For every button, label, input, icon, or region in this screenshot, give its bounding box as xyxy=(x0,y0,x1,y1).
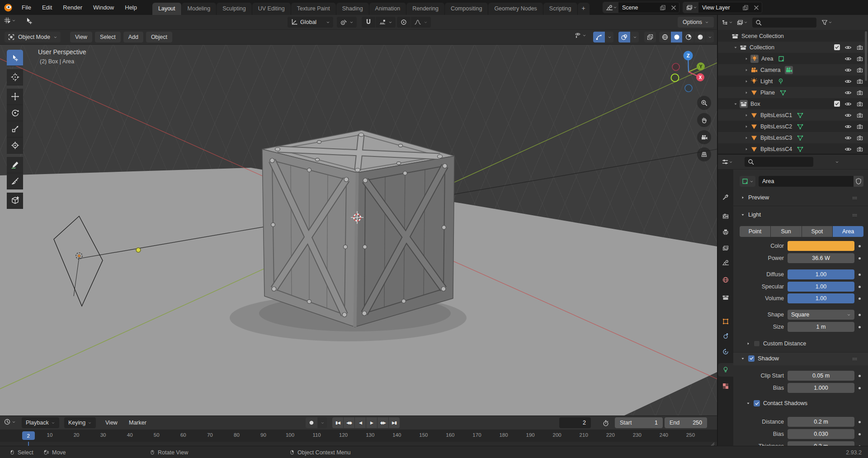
properties-tab-constraints[interactable] xyxy=(718,329,733,343)
slider-volume[interactable]: 1.00 xyxy=(788,293,854,303)
gizmo-neg-z[interactable] xyxy=(685,85,692,92)
workspace-tab-sculpting[interactable]: Sculpting xyxy=(217,3,252,15)
chevron-down-icon[interactable] xyxy=(12,19,16,23)
chevron-down-icon[interactable] xyxy=(835,160,839,164)
camera-restrict-icon[interactable] xyxy=(856,146,863,153)
properties-tab-collection[interactable] xyxy=(718,291,733,304)
workspace-tab-modeling[interactable]: Modeling xyxy=(182,3,217,15)
nav-camera-view-button[interactable] xyxy=(697,130,711,144)
nav-pan-button[interactable] xyxy=(697,113,711,127)
transport-prev-keyframe-button[interactable]: ◀◆ xyxy=(344,417,354,428)
tool-select-box-button[interactable] xyxy=(7,50,23,66)
shading-solid-button[interactable] xyxy=(671,32,682,42)
navigation-gizmo[interactable]: Z Y X xyxy=(665,48,714,96)
outliner-row-bpltslessc2[interactable]: BpltsLessC2 xyxy=(718,121,868,132)
outliner-row-box[interactable]: Box xyxy=(718,98,868,109)
filter-icon[interactable] xyxy=(821,19,828,26)
visibility-dropdown[interactable] xyxy=(574,32,586,39)
outliner-row-bpltslessc1[interactable]: BpltsLessC1 xyxy=(718,109,868,121)
falloff-dropdown[interactable] xyxy=(411,17,431,28)
eye-open-icon[interactable] xyxy=(844,89,852,96)
nav-zoom-button[interactable] xyxy=(697,96,711,110)
timeline-menu-keying[interactable]: Keying xyxy=(64,417,96,428)
scene-name[interactable]: Scene xyxy=(618,5,657,11)
timeline-ruler[interactable]: 2102030405060708090100110120130140150160… xyxy=(0,430,717,442)
outliner-row-collection[interactable]: Collection xyxy=(718,42,868,53)
eye-open-icon[interactable] xyxy=(844,66,852,74)
xray-toggle[interactable] xyxy=(644,32,656,42)
close-icon[interactable] xyxy=(751,4,762,11)
transport-jump-start-button[interactable]: ▮◀ xyxy=(332,417,343,428)
timeline-menu-view[interactable]: View xyxy=(101,417,122,428)
shading-rendered-button[interactable] xyxy=(694,32,706,42)
viewport-canvas[interactable]: User Perspective (2) Box | Area Z Y X xyxy=(0,45,717,416)
properties-tab-texture[interactable] xyxy=(718,379,733,393)
outliner-search-input[interactable] xyxy=(752,18,816,28)
outliner-scrollbar[interactable] xyxy=(865,31,867,81)
eye-open-icon[interactable] xyxy=(844,134,852,142)
animate-dot[interactable] xyxy=(859,326,861,328)
overlays-toggle[interactable] xyxy=(618,32,630,42)
camera-restrict-icon[interactable] xyxy=(856,100,863,108)
menu-render[interactable]: Render xyxy=(57,2,88,14)
field-clip-start[interactable]: 0.05 m xyxy=(788,371,854,381)
outliner-row-camera[interactable]: Camera xyxy=(718,64,868,76)
properties-search-input[interactable] xyxy=(745,157,813,167)
current-frame-badge[interactable]: 2 xyxy=(22,431,35,440)
camera-restrict-icon[interactable] xyxy=(856,89,863,96)
animate-dot[interactable] xyxy=(859,375,861,377)
eye-open-icon[interactable] xyxy=(844,146,852,153)
gizmo-neg-x[interactable] xyxy=(672,63,679,71)
animate-dot[interactable] xyxy=(859,433,861,435)
field-bias[interactable]: 1.000 xyxy=(788,383,854,393)
contact-shadows-checkbox[interactable] xyxy=(754,400,760,406)
workspace-tab-rendering[interactable]: Rendering xyxy=(406,3,445,15)
menu-file[interactable]: File xyxy=(16,2,37,14)
field-distance[interactable]: 0.2 m xyxy=(788,417,854,427)
frame-start-field[interactable]: Start1 xyxy=(615,417,663,428)
chevron-down-icon[interactable] xyxy=(12,420,16,424)
viewport-menu-select[interactable]: Select xyxy=(95,32,121,42)
tool-measure-button[interactable] xyxy=(7,173,23,189)
light-panel-header[interactable]: Light xyxy=(741,211,761,218)
view-layer-name[interactable]: View Layer xyxy=(698,5,740,11)
animate-dot[interactable] xyxy=(859,257,861,260)
eye-open-icon[interactable] xyxy=(844,78,852,85)
camera-restrict-icon[interactable] xyxy=(856,123,863,130)
camera-restrict-icon[interactable] xyxy=(856,55,863,62)
workspace-tab-animation[interactable]: Animation xyxy=(369,3,407,15)
slider-diffuse[interactable]: 1.00 xyxy=(788,269,854,279)
exclude-checkbox[interactable] xyxy=(834,101,840,107)
camera-restrict-icon[interactable] xyxy=(856,44,863,51)
frame-end-field[interactable]: End250 xyxy=(665,417,707,428)
outliner-row-area[interactable]: Area xyxy=(718,53,868,64)
view-layer-selector[interactable]: View Layer xyxy=(683,2,762,13)
slider-specular[interactable]: 1.00 xyxy=(788,282,854,292)
search-field[interactable] xyxy=(757,159,807,165)
nav-toggle-ortho-button[interactable] xyxy=(697,147,711,161)
custom-distance-toggle[interactable]: Custom Distance xyxy=(746,340,806,347)
mode-dropdown[interactable]: Object Mode xyxy=(5,32,61,42)
dropdown-shape[interactable]: Square xyxy=(788,310,854,320)
eye-open-icon[interactable] xyxy=(844,100,852,108)
transport-play-reverse-button[interactable]: ◀ xyxy=(355,417,366,428)
shading-material-button[interactable] xyxy=(683,32,694,42)
color-swatch[interactable] xyxy=(788,241,854,251)
contact-shadows-header[interactable]: Contact Shadows xyxy=(746,400,807,406)
shading-wireframe-button[interactable] xyxy=(659,32,670,42)
search-field[interactable] xyxy=(764,19,810,26)
timeline-menu-marker[interactable]: Marker xyxy=(125,417,151,428)
filter-type-icon[interactable] xyxy=(736,19,744,26)
eye-open-icon[interactable] xyxy=(844,44,852,51)
viewport-menu-view[interactable]: View xyxy=(70,32,92,42)
field-bias[interactable]: 0.030 xyxy=(788,429,854,439)
tool-add-cube-button[interactable] xyxy=(7,193,23,209)
tool-move-button[interactable] xyxy=(7,89,23,105)
outliner-row-scene-collection[interactable]: Scene Collection xyxy=(718,30,868,42)
chevron-down-icon[interactable] xyxy=(744,20,748,24)
camera-restrict-icon[interactable] xyxy=(856,78,863,85)
outliner-row-bpltslessc3[interactable]: BpltsLessC3 xyxy=(718,132,868,143)
properties-tab-world[interactable] xyxy=(718,273,733,287)
outliner-row-bpltslessc4[interactable]: BpltsLessC4 xyxy=(718,143,868,155)
current-frame-field[interactable]: 2 xyxy=(559,417,591,428)
